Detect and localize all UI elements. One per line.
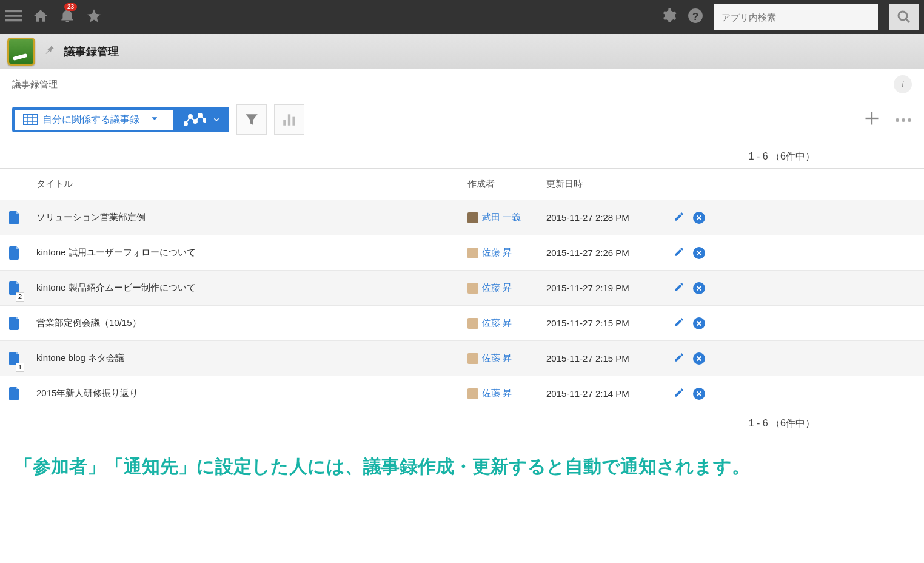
doc-icon[interactable]: 1	[0, 352, 29, 365]
table-row[interactable]: 2 kintone 製品紹介ムービー制作について 佐藤 昇 2015-11-27…	[0, 271, 924, 306]
svg-point-5	[899, 12, 907, 20]
funnel-icon	[244, 112, 259, 127]
delete-icon[interactable]	[693, 388, 705, 400]
app-logo	[7, 38, 35, 66]
avatar	[467, 283, 478, 294]
svg-point-16	[203, 118, 206, 122]
svg-point-22	[896, 118, 899, 122]
star-icon[interactable]	[86, 8, 102, 26]
svg-point-15	[198, 113, 202, 117]
doc-icon[interactable]	[0, 317, 29, 330]
edit-icon[interactable]	[674, 317, 685, 329]
notification-badge: 23	[64, 3, 77, 11]
author-link[interactable]: 佐藤 昇	[482, 317, 512, 329]
col-title[interactable]: タイトル	[29, 169, 460, 200]
author-link[interactable]: 佐藤 昇	[482, 388, 512, 399]
search-button[interactable]	[889, 4, 919, 30]
add-button[interactable]	[863, 110, 880, 129]
delete-icon[interactable]	[693, 247, 705, 259]
gear-icon[interactable]	[661, 8, 677, 26]
note-text: 「参加者」「通知先」に設定した人には、議事録作成・更新すると自動で通知されます。	[0, 442, 924, 497]
table-icon	[23, 114, 38, 125]
author-cell[interactable]: 佐藤 昇	[460, 282, 539, 294]
menu-icon[interactable]	[5, 7, 22, 27]
avatar	[467, 318, 478, 329]
author-cell[interactable]: 佐藤 昇	[460, 317, 539, 329]
filter-button[interactable]	[236, 104, 267, 135]
author-cell[interactable]: 佐藤 昇	[460, 388, 539, 399]
edit-icon[interactable]	[674, 387, 685, 400]
chevron-down-icon	[212, 115, 221, 124]
author-cell[interactable]: 佐藤 昇	[460, 247, 539, 258]
author-cell[interactable]: 佐藤 昇	[460, 352, 539, 364]
home-icon[interactable]	[33, 8, 49, 26]
table-row[interactable]: 1 kintone blog ネタ会議 佐藤 昇 2015-11-27 2:15…	[0, 341, 924, 376]
bar-chart-icon	[281, 112, 297, 127]
view-selector[interactable]: 自分に関係する議事録	[12, 107, 229, 132]
svg-rect-2	[5, 19, 22, 22]
svg-rect-1	[5, 15, 22, 17]
svg-rect-19	[292, 117, 295, 126]
date-cell: 2015-11-27 2:15 PM	[539, 318, 666, 328]
table-row[interactable]: 2015年新人研修振り返り 佐藤 昇 2015-11-27 2:14 PM	[0, 376, 924, 411]
pin-icon[interactable]	[44, 44, 56, 59]
svg-point-13	[189, 115, 192, 118]
avatar	[467, 388, 478, 399]
author-link[interactable]: 武田 一義	[482, 212, 521, 223]
svg-line-6	[906, 19, 909, 22]
edit-icon[interactable]	[674, 282, 685, 294]
doc-badge: 1	[16, 363, 24, 372]
doc-icon[interactable]	[0, 387, 29, 400]
title-cell: ソリューション営業部定例	[29, 212, 460, 223]
table-row[interactable]: ソリューション営業部定例 武田 一義 2015-11-27 2:28 PM	[0, 200, 924, 235]
date-cell: 2015-11-27 2:28 PM	[539, 212, 666, 223]
edit-icon[interactable]	[674, 246, 685, 259]
col-updated[interactable]: 更新日時	[539, 169, 666, 200]
edit-icon[interactable]	[674, 352, 685, 365]
doc-icon[interactable]: 2	[0, 282, 29, 295]
table-row[interactable]: 営業部定例会議（10/15） 佐藤 昇 2015-11-27 2:15 PM	[0, 306, 924, 341]
svg-rect-18	[288, 114, 290, 125]
bell-icon[interactable]: 23	[59, 8, 75, 26]
graph-icon	[184, 113, 206, 126]
author-link[interactable]: 佐藤 昇	[482, 352, 512, 364]
delete-icon[interactable]	[693, 317, 705, 329]
delete-icon[interactable]	[693, 282, 705, 294]
svg-point-24	[908, 118, 911, 122]
edit-icon[interactable]	[674, 211, 685, 224]
graph-view-button[interactable]	[176, 107, 229, 132]
title-cell: kintone blog ネタ会議	[29, 352, 460, 364]
date-cell: 2015-11-27 2:19 PM	[539, 283, 666, 293]
app-title: 議事録管理	[64, 44, 119, 59]
records-table: タイトル 作成者 更新日時 ソリューション営業部定例 武田 一義 2015-11…	[0, 168, 924, 411]
delete-icon[interactable]	[693, 212, 705, 224]
delete-icon[interactable]	[693, 352, 705, 365]
table-row[interactable]: kintone 試用ユーザーフォローについて 佐藤 昇 2015-11-27 2…	[0, 235, 924, 271]
title-cell: kintone 試用ユーザーフォローについて	[29, 247, 460, 258]
title-cell: kintone 製品紹介ムービー制作について	[29, 282, 460, 294]
search-input[interactable]	[714, 4, 878, 30]
svg-point-23	[902, 118, 905, 122]
toolbar: 自分に関係する議事録	[0, 99, 924, 147]
view-label: 自分に関係する議事録	[42, 113, 139, 126]
app-header: 議事録管理	[0, 34, 924, 69]
help-icon[interactable]: ?	[688, 8, 703, 26]
info-icon[interactable]: i	[894, 75, 912, 93]
author-link[interactable]: 佐藤 昇	[482, 247, 512, 258]
date-cell: 2015-11-27 2:15 PM	[539, 353, 666, 363]
pagination-bottom: 1 - 6 （6件中）	[0, 411, 924, 442]
date-cell: 2015-11-27 2:26 PM	[539, 248, 666, 258]
svg-text:?: ?	[692, 10, 699, 22]
author-cell[interactable]: 武田 一義	[460, 212, 539, 223]
avatar	[467, 248, 478, 258]
author-link[interactable]: 佐藤 昇	[482, 282, 512, 294]
avatar	[467, 212, 478, 223]
col-author[interactable]: 作成者	[460, 169, 539, 200]
doc-icon[interactable]	[0, 246, 29, 260]
chart-button[interactable]	[274, 104, 304, 135]
table-header: タイトル 作成者 更新日時	[0, 169, 924, 200]
chevron-down-icon	[144, 114, 165, 125]
doc-icon[interactable]	[0, 211, 29, 224]
svg-point-14	[193, 120, 197, 123]
more-button[interactable]	[895, 114, 912, 125]
